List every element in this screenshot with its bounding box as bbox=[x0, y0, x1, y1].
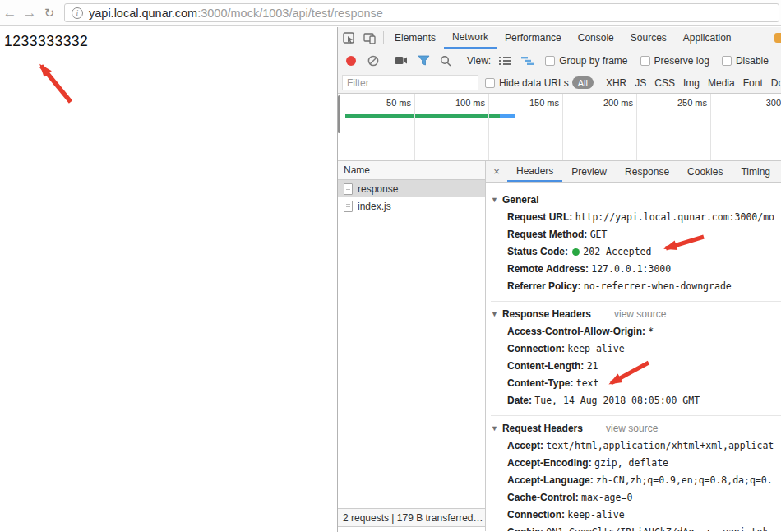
disclosure-triangle-icon[interactable]: ▼ bbox=[491, 424, 498, 433]
header-row: Cookie: QN1=CuqmClts/IRLiAUCkZ/dAg==; _y… bbox=[491, 524, 781, 531]
request-rows: responseindex.js bbox=[338, 180, 485, 215]
tab-performance[interactable]: Performance bbox=[497, 27, 570, 49]
filter-icon[interactable] bbox=[418, 55, 430, 66]
checkbox-disable[interactable] bbox=[722, 56, 732, 66]
filter-type-css[interactable]: CSS bbox=[654, 77, 675, 89]
detail-tab-response[interactable]: Response bbox=[616, 161, 678, 182]
clear-icon[interactable] bbox=[367, 55, 379, 67]
capture-screenshots-icon[interactable] bbox=[395, 56, 408, 65]
request-name: index.js bbox=[358, 201, 391, 212]
header-key: Accept-Language: bbox=[507, 474, 596, 486]
detail-tab-cookies[interactable]: Cookies bbox=[678, 161, 732, 182]
timeline-gridline bbox=[710, 94, 711, 160]
back-icon[interactable]: ← bbox=[0, 5, 20, 21]
filter-type-xhr[interactable]: XHR bbox=[606, 77, 626, 89]
section-title: Request Headers bbox=[502, 423, 583, 434]
name-column-header[interactable]: Name bbox=[338, 161, 485, 180]
header-row: Remote Address: 127.0.0.1:3000 bbox=[491, 261, 781, 278]
tab-elements[interactable]: Elements bbox=[386, 27, 444, 49]
header-value: 202 Accepted bbox=[583, 246, 651, 257]
header-key: Connection: bbox=[507, 509, 567, 520]
request-row[interactable]: response bbox=[338, 180, 485, 197]
header-value: zh-CN,zh;q=0.9,en;q=0.8,da;q=0. bbox=[596, 474, 773, 486]
filter-type-doc[interactable]: Doc bbox=[771, 77, 781, 89]
header-row: Access-Control-Allow-Origin: * bbox=[491, 323, 781, 340]
detail-tab-headers[interactable]: Headers bbox=[507, 161, 562, 182]
view-source-link[interactable]: view source bbox=[614, 308, 666, 320]
checkbox-group-by-frame[interactable] bbox=[545, 56, 555, 66]
header-row: Date: Tue, 14 Aug 2018 08:05:00 GMT bbox=[491, 392, 781, 409]
checkbox-label: Group by frame bbox=[559, 55, 627, 67]
reload-icon[interactable]: ↻ bbox=[39, 6, 59, 21]
tab-application[interactable]: Application bbox=[675, 27, 740, 49]
header-key: Remote Address: bbox=[507, 263, 591, 275]
header-row: Request URL: http://yapi.local.qunar.com… bbox=[491, 209, 781, 226]
section-title-row: ▼General bbox=[491, 191, 781, 209]
network-overview-timeline[interactable]: 50 ms100 ms150 ms200 ms250 ms300 bbox=[338, 94, 781, 161]
header-value: text/html,application/xhtml+xml,applicat bbox=[546, 440, 774, 451]
filter-all-pill[interactable]: All bbox=[572, 76, 594, 89]
header-key: Connection: bbox=[507, 343, 567, 354]
device-toolbar-icon[interactable] bbox=[359, 27, 381, 49]
disclosure-triangle-icon[interactable]: ▼ bbox=[491, 310, 498, 318]
timeline-gridline bbox=[414, 94, 415, 160]
view-source-link[interactable]: view source bbox=[606, 423, 658, 434]
header-key: Accept: bbox=[507, 440, 546, 451]
record-icon[interactable] bbox=[346, 56, 356, 66]
disclosure-triangle-icon[interactable]: ▼ bbox=[491, 196, 498, 204]
filter-type-font[interactable]: Font bbox=[743, 77, 763, 89]
checkbox-preserve-log[interactable] bbox=[640, 56, 650, 66]
tab-console[interactable]: Console bbox=[570, 27, 622, 49]
request-row[interactable]: index.js bbox=[338, 197, 485, 215]
timeline-tick-label: 150 ms bbox=[490, 98, 559, 108]
inspect-element-icon[interactable] bbox=[338, 27, 359, 49]
detail-tab-timing[interactable]: Timing bbox=[732, 161, 779, 182]
close-icon[interactable]: × bbox=[486, 161, 507, 182]
header-key: Request URL: bbox=[507, 211, 575, 223]
header-value: max-age=0 bbox=[581, 492, 632, 503]
section-title: Response Headers bbox=[502, 308, 591, 320]
url-host: yapi.local.qunar.com bbox=[89, 7, 197, 20]
document-icon bbox=[344, 201, 353, 212]
detail-tab-preview[interactable]: Preview bbox=[562, 161, 616, 182]
hide-data-urls-checkbox[interactable] bbox=[485, 78, 495, 88]
hide-data-urls-label: Hide data URLs bbox=[499, 77, 569, 89]
filter-type-img[interactable]: Img bbox=[683, 77, 700, 89]
warning-badge-icon[interactable] bbox=[774, 33, 781, 43]
overview-bar-green bbox=[345, 114, 500, 118]
search-icon[interactable] bbox=[440, 55, 451, 67]
header-value: keep-alive bbox=[567, 343, 624, 354]
overview-handle[interactable] bbox=[338, 95, 340, 133]
large-rows-icon[interactable] bbox=[499, 56, 511, 66]
header-row: Content-Length: 21 bbox=[491, 358, 781, 375]
requests-summary: 2 requests | 179 B transferred… bbox=[338, 508, 485, 527]
header-key: Accept-Encoding: bbox=[507, 457, 594, 469]
mock-response-text: 1233333332 bbox=[4, 33, 88, 50]
headers-section: ▼Request Headersview sourceAccept: text/… bbox=[491, 416, 781, 531]
network-filter-bar: Hide data URLs All XHRJSCSSImgMediaFontD… bbox=[338, 72, 781, 94]
filter-input[interactable] bbox=[342, 75, 478, 90]
header-row: Connection: keep-alive bbox=[491, 507, 781, 524]
devtools-panel: ElementsNetworkPerformanceConsoleSources… bbox=[337, 27, 781, 532]
network-toolbar: View: Group by framePreserve logDisable bbox=[338, 49, 781, 72]
view-label: View: bbox=[467, 55, 491, 67]
forward-icon[interactable]: → bbox=[20, 5, 39, 21]
section-title-row: ▼Response Headersview source bbox=[491, 305, 781, 323]
page-info-icon[interactable]: i bbox=[72, 7, 83, 19]
header-key: Referrer Policy: bbox=[507, 280, 584, 292]
url-bar[interactable]: i yapi.local.qunar.com:3000/mock/1003/ap… bbox=[64, 3, 779, 22]
filter-type-js[interactable]: JS bbox=[635, 77, 646, 89]
filter-type-media[interactable]: Media bbox=[708, 77, 735, 89]
tab-sources[interactable]: Sources bbox=[622, 27, 675, 49]
header-value: gzip, deflate bbox=[594, 457, 668, 469]
header-row: Accept: text/html,application/xhtml+xml,… bbox=[491, 437, 781, 455]
divider bbox=[383, 31, 384, 44]
timeline-gridline bbox=[488, 94, 489, 160]
header-row: Content-Type: text bbox=[491, 375, 781, 392]
tab-network[interactable]: Network bbox=[444, 27, 497, 49]
timeline-gridline bbox=[562, 94, 563, 160]
timeline-gridline bbox=[636, 94, 637, 160]
show-overview-icon[interactable] bbox=[521, 56, 534, 66]
header-key: Request Method: bbox=[507, 229, 590, 240]
header-value: no-referrer-when-downgrade bbox=[584, 280, 732, 292]
